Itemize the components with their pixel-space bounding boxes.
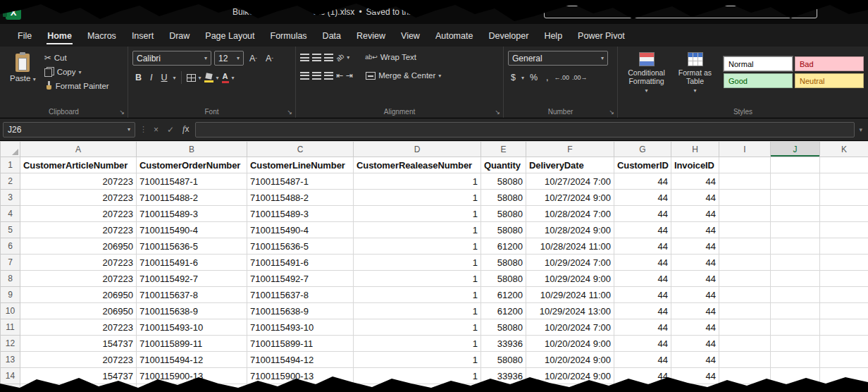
cell-H9[interactable]: 44 (671, 287, 719, 303)
tab-view[interactable]: View (393, 26, 428, 47)
cell-F15[interactable] (526, 384, 614, 392)
cell-E14[interactable]: 33936 (481, 368, 526, 384)
cut-button[interactable]: ✂ Cut (42, 51, 112, 65)
cell-J12[interactable] (771, 336, 820, 352)
row-header-3[interactable]: 3 (1, 190, 20, 206)
cell-J15[interactable] (771, 384, 820, 392)
cell-J14[interactable] (771, 368, 820, 384)
cell-K3[interactable] (820, 190, 868, 206)
cell-D13[interactable]: 1 (354, 352, 481, 368)
cell-F8[interactable]: 10/29/2024 9:00 (526, 271, 614, 287)
cell-E9[interactable]: 61200 (481, 287, 526, 303)
cell-G13[interactable]: 44 (614, 352, 671, 368)
cell-A14[interactable]: 154737 (20, 368, 137, 384)
tab-help[interactable]: Help (536, 26, 570, 47)
cell-E10[interactable]: 61200 (481, 303, 526, 319)
cell-C14[interactable]: 7100115900-13 (247, 368, 354, 384)
number-dialog-launcher[interactable]: ↘ (609, 109, 614, 116)
cell-A10[interactable]: 206950 (20, 303, 137, 319)
tab-page-layout[interactable]: Page Layout (197, 26, 262, 47)
cell-F13[interactable]: 10/20/2024 9:00 (526, 352, 614, 368)
row-header-15[interactable]: 15 (1, 384, 20, 392)
cell-A7[interactable]: 207223 (20, 255, 137, 271)
cell-H3[interactable]: 44 (671, 190, 719, 206)
cell-D14[interactable]: 1 (354, 368, 481, 384)
comma-style-button[interactable]: , (543, 71, 551, 84)
cell-J10[interactable] (771, 303, 820, 319)
row-header-1[interactable]: 1 (1, 157, 20, 173)
number-format-select[interactable]: General ▾ (508, 51, 608, 66)
chevron-down-icon[interactable]: ▾ (419, 8, 423, 16)
column-header-F[interactable]: F (526, 142, 614, 157)
document-title[interactable]: BulkOr ate (1).xlsx • Saved to this ▾ (232, 7, 422, 17)
cell-A6[interactable]: 206950 (20, 238, 137, 255)
cell-J11[interactable] (771, 319, 820, 336)
cell-H14[interactable]: 44 (671, 368, 719, 384)
cell-I2[interactable] (719, 173, 771, 190)
align-top-icon[interactable] (300, 54, 309, 61)
tab-macros[interactable]: Macros (80, 26, 124, 47)
accounting-format-button[interactable]: $ (508, 71, 519, 84)
chevron-down-icon[interactable]: ▾ (199, 75, 202, 81)
cell-style-good[interactable]: Good (724, 73, 793, 88)
cell-J2[interactable] (771, 173, 820, 190)
cell-G6[interactable]: 44 (614, 238, 671, 255)
cell-F10[interactable]: 10/29/2024 13:00 (526, 303, 614, 319)
increase-indent-icon[interactable]: ⇥ (346, 71, 353, 80)
cell-D15[interactable] (354, 384, 481, 392)
cell-E15[interactable] (481, 384, 526, 392)
row-header-2[interactable]: 2 (1, 173, 20, 190)
cancel-icon[interactable]: × (151, 125, 161, 135)
cell-E3[interactable]: 58080 (481, 190, 526, 206)
cell-A3[interactable]: 207223 (20, 190, 137, 206)
cell-B6[interactable]: 7100115636-5 (137, 238, 247, 255)
cell-J4[interactable] (771, 206, 820, 222)
tab-file[interactable]: File (10, 26, 39, 47)
align-center-icon[interactable] (312, 72, 321, 80)
cell-B7[interactable]: 7100115491-6 (137, 255, 247, 271)
format-painter-button[interactable]: Format Painter (42, 79, 112, 92)
cell-F11[interactable]: 10/20/2024 7:00 (526, 319, 614, 336)
cell-G9[interactable]: 44 (614, 287, 671, 303)
font-name-select[interactable]: Calibri ▾ (132, 51, 211, 66)
cell-H7[interactable]: 44 (671, 255, 719, 271)
row-header-7[interactable]: 7 (1, 255, 20, 271)
row-header-5[interactable]: 5 (1, 222, 20, 238)
cell-I8[interactable] (719, 271, 771, 287)
cell-K4[interactable] (820, 206, 868, 222)
cell-D5[interactable]: 1 (354, 222, 481, 238)
conditional-formatting-button[interactable]: Conditional Formatting ▾ (622, 51, 671, 94)
cell-K1[interactable] (820, 157, 868, 173)
percent-style-button[interactable]: % (527, 71, 540, 84)
cell-J1[interactable] (771, 157, 820, 173)
cell-A15[interactable] (20, 384, 137, 392)
cell-E4[interactable]: 58080 (481, 206, 526, 222)
cell-A8[interactable]: 207223 (20, 271, 137, 287)
cell-E5[interactable]: 58080 (481, 222, 526, 238)
cell-E8[interactable]: 58080 (481, 271, 526, 287)
tab-power-pivot[interactable]: Power Pivot (570, 26, 633, 47)
cell-F6[interactable]: 10/28/2024 11:00 (526, 238, 614, 255)
select-all-corner[interactable] (1, 142, 20, 157)
row-header-6[interactable]: 6 (1, 238, 20, 255)
cell-style-bad[interactable]: Bad (795, 56, 864, 71)
cell-B4[interactable]: 7100115489-3 (137, 206, 247, 222)
expand-formula-bar-icon[interactable]: ▾ (859, 126, 865, 133)
cell-G12[interactable]: 44 (614, 336, 671, 352)
cell-H5[interactable]: 44 (671, 222, 719, 238)
cell-E1[interactable]: Quantity (481, 157, 526, 173)
column-header-A[interactable]: A (20, 142, 137, 157)
cell-H11[interactable]: 44 (671, 319, 719, 336)
row-header-12[interactable]: 12 (1, 336, 20, 352)
tab-draw[interactable]: Draw (161, 26, 197, 47)
decrease-decimal-icon[interactable]: .00→ (572, 74, 588, 81)
cell-B11[interactable]: 7100115493-10 (137, 319, 247, 336)
cell-E2[interactable]: 58080 (481, 173, 526, 190)
formula-input[interactable] (195, 122, 855, 137)
cell-C8[interactable]: 7100115492-7 (247, 271, 354, 287)
tab-insert[interactable]: Insert (124, 26, 161, 47)
cell-J13[interactable] (771, 352, 820, 368)
decrease-font-button[interactable]: Aˇ (263, 52, 276, 65)
tab-home[interactable]: Home (39, 26, 80, 47)
cell-A13[interactable]: 207223 (20, 352, 137, 368)
